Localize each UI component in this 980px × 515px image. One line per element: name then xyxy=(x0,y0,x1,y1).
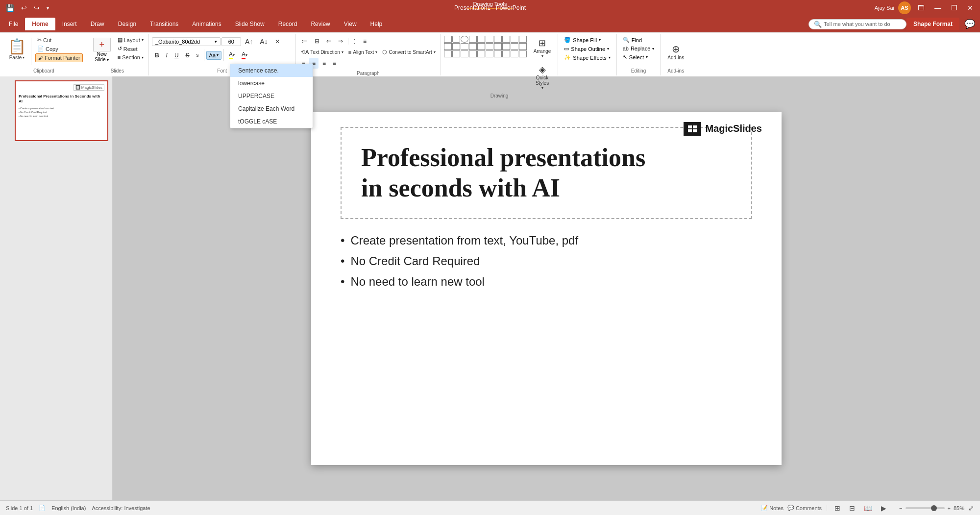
tab-design[interactable]: Design xyxy=(111,18,143,30)
tab-review[interactable]: Review xyxy=(304,18,337,30)
case-uppercase[interactable]: UPPERCASE xyxy=(230,90,313,102)
tab-animations[interactable]: Animations xyxy=(185,18,228,30)
shape-fill-button[interactable]: 🪣Shape Fill▾ xyxy=(561,36,613,44)
numbering-button[interactable]: ⊟ xyxy=(312,36,322,47)
shape-17[interactable] xyxy=(486,50,493,57)
tab-record[interactable]: Record xyxy=(271,18,304,30)
case-sentence[interactable]: Sentence case. xyxy=(230,64,313,77)
accessibility-status[interactable]: Accessibility: Investigate xyxy=(92,505,150,511)
font-color-button[interactable]: A▾ xyxy=(239,49,250,61)
slide-thumbnail[interactable]: 🔲 MagicSlides Professional Presentations… xyxy=(15,80,108,141)
shape-21[interactable] xyxy=(519,50,527,57)
paste-button[interactable]: 📋 Paste ▾ xyxy=(5,36,29,62)
shape-18[interactable] xyxy=(494,50,502,57)
font-size-selector[interactable]: 60 xyxy=(221,37,241,46)
tab-file[interactable]: File xyxy=(2,18,25,30)
decrease-font-button[interactable]: A↓ xyxy=(257,36,270,48)
shape-12[interactable] xyxy=(444,50,452,57)
fit-slide-button[interactable]: ⤢ xyxy=(968,504,974,512)
shape-8[interactable] xyxy=(494,43,502,50)
slideshow-button[interactable]: ▶ xyxy=(879,503,889,513)
shape-2[interactable] xyxy=(444,43,452,50)
decrease-indent-button[interactable]: ⇐ xyxy=(323,36,334,47)
chat-button[interactable]: 💬 xyxy=(959,17,980,31)
tab-home[interactable]: Home xyxy=(25,18,55,30)
slide-title-box[interactable]: Professional presentationsin seconds wit… xyxy=(341,127,752,220)
shape-line[interactable] xyxy=(444,36,452,43)
shape-14[interactable] xyxy=(461,50,468,57)
notes-view-button[interactable]: 📄 xyxy=(39,505,46,511)
convert-smartart-button[interactable]: ⬡Convert to SmartArt▾ xyxy=(380,48,437,56)
strikethrough-button[interactable]: S xyxy=(183,50,193,61)
slide-canvas[interactable]: MagicSlides Professional presentationsin… xyxy=(311,112,782,465)
case-capitalize[interactable]: Capitalize Each Word xyxy=(230,102,313,115)
shape-star[interactable] xyxy=(494,36,502,43)
quick-styles-button[interactable]: ◈ Quick Styles ▾ xyxy=(530,62,555,92)
shape-arrow[interactable] xyxy=(477,36,485,43)
zoom-slider[interactable] xyxy=(906,507,945,509)
zoom-in-button[interactable]: + xyxy=(948,505,951,511)
increase-indent-button[interactable]: ⇒ xyxy=(335,36,346,47)
align-text-button[interactable]: ≡Align Text▾ xyxy=(346,49,380,56)
underline-button[interactable]: U xyxy=(172,50,182,61)
shape-callout[interactable] xyxy=(486,36,493,43)
reading-view-button[interactable]: 📖 xyxy=(861,503,875,513)
case-toggle[interactable]: tOGGLE cASE xyxy=(230,115,313,128)
tab-slideshow[interactable]: Slide Show xyxy=(228,18,271,30)
undo-button[interactable]: ↩ xyxy=(19,3,29,13)
align-right-button[interactable]: ≡ xyxy=(319,58,329,69)
text-highlight-button[interactable]: A▾ xyxy=(226,49,238,61)
tab-view[interactable]: View xyxy=(337,18,364,30)
slide-sorter-button[interactable]: ⊟ xyxy=(847,503,858,513)
minimize-button[interactable]: — xyxy=(931,3,944,13)
clear-format-button[interactable]: ✕ xyxy=(272,36,283,47)
tab-help[interactable]: Help xyxy=(364,18,390,30)
tell-me-box[interactable]: 🔍 Tell me what you want to do xyxy=(808,19,906,29)
cut-button[interactable]: ✂Cut xyxy=(35,36,83,44)
font-name-selector[interactable]: _Gabarito_80d2dd ▾ xyxy=(152,37,220,46)
shadow-button[interactable]: s xyxy=(194,50,202,60)
increase-font-button[interactable]: A↑ xyxy=(242,36,256,48)
tab-transitions[interactable]: Transitions xyxy=(143,18,185,30)
bold-button[interactable]: B xyxy=(152,50,162,61)
italic-button[interactable]: I xyxy=(163,50,171,61)
format-painter-button[interactable]: 🖌Format Painter xyxy=(35,53,83,62)
zoom-out-button[interactable]: − xyxy=(899,505,902,511)
comments-button[interactable]: 💬Comments xyxy=(787,505,822,511)
shape-5[interactable] xyxy=(469,43,477,50)
shape-4[interactable] xyxy=(461,43,468,50)
restore-button[interactable]: ❐ xyxy=(948,3,960,13)
case-lowercase[interactable]: lowercase xyxy=(230,77,313,90)
shape-7[interactable] xyxy=(486,43,493,50)
arrange-button[interactable]: ⊞ Arrange ▾ xyxy=(530,36,555,60)
line-spacing-button[interactable]: ≡ xyxy=(360,36,369,47)
normal-view-button[interactable]: ⊞ xyxy=(832,503,843,513)
ribbon-display-button[interactable]: 🗔 xyxy=(915,3,928,13)
shape-more[interactable] xyxy=(519,36,527,43)
redo-button[interactable]: ↪ xyxy=(32,3,42,13)
reset-button[interactable]: ↺Reset xyxy=(116,45,146,53)
bullets-button[interactable]: ≔ xyxy=(299,36,311,47)
shape-10[interactable] xyxy=(511,43,518,50)
shape-20[interactable] xyxy=(511,50,518,57)
shape-15[interactable] xyxy=(469,50,477,57)
user-avatar[interactable]: AS xyxy=(898,1,911,14)
shape-9[interactable] xyxy=(502,43,510,50)
addins-button[interactable]: ⊕ Add-ins xyxy=(663,41,688,62)
change-case-button[interactable]: Aa▾ xyxy=(206,51,221,60)
shape-effects-button[interactable]: ✨Shape Effects▾ xyxy=(561,53,613,62)
customize-button[interactable]: ▾ xyxy=(45,4,51,12)
shape-rect[interactable] xyxy=(452,36,460,43)
tab-shape-format[interactable]: Shape Format xyxy=(906,18,959,30)
shape-11[interactable] xyxy=(519,43,527,50)
tab-insert[interactable]: Insert xyxy=(55,18,84,30)
slide-body[interactable]: • Create presentation from text, YouTube… xyxy=(341,229,752,300)
layout-button[interactable]: ▦Layout▾ xyxy=(116,36,146,44)
section-button[interactable]: ≡Section▾ xyxy=(116,53,146,61)
shape-13[interactable] xyxy=(452,50,460,57)
zoom-thumb[interactable] xyxy=(931,505,937,511)
copy-button[interactable]: 📄Copy xyxy=(35,45,83,53)
shape-ellipse[interactable] xyxy=(461,36,468,43)
shape-16[interactable] xyxy=(477,50,485,57)
shape-3[interactable] xyxy=(452,43,460,50)
